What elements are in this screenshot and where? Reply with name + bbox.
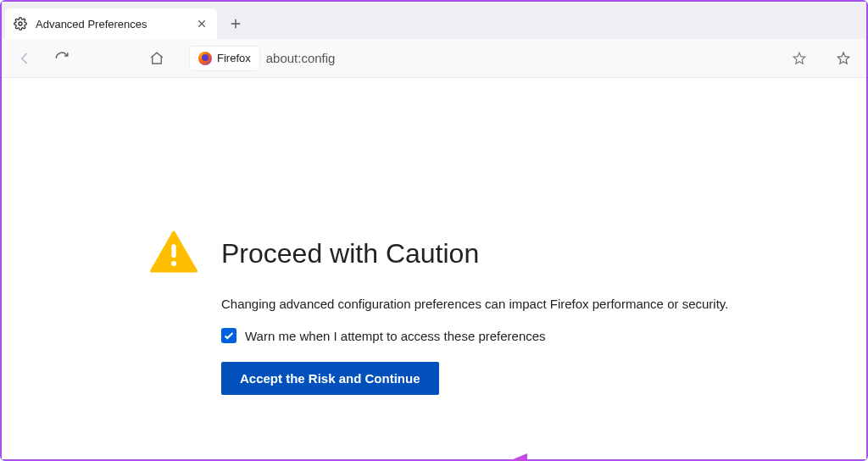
warning-checkbox-row[interactable]: Warn me when I attempt to access these p… <box>221 328 760 343</box>
tab-strip: Advanced Preferences <box>2 2 866 39</box>
checkbox-checked-icon[interactable] <box>221 328 236 343</box>
bookmark-star-icon[interactable] <box>788 47 810 69</box>
svg-point-0 <box>19 22 22 25</box>
firefox-icon <box>198 52 212 65</box>
identity-label: Firefox <box>217 52 251 64</box>
home-button[interactable] <box>146 47 168 69</box>
tab-title: Advanced Preferences <box>36 18 186 31</box>
gear-icon <box>14 17 27 31</box>
address-bar[interactable]: Firefox about:config <box>183 44 817 73</box>
tab-active[interactable]: Advanced Preferences <box>5 8 217 39</box>
svg-rect-1 <box>171 244 175 258</box>
about-config-warning: Proceed with Caution Changing advanced c… <box>150 230 760 395</box>
save-to-pocket-icon[interactable] <box>832 47 854 69</box>
annotation-arrow-icon <box>476 449 773 461</box>
navigation-toolbar: Firefox about:config <box>2 39 866 78</box>
new-tab-button[interactable] <box>222 10 249 37</box>
browser-window: Advanced Preferences Firefox about:confi… <box>0 0 868 461</box>
svg-marker-3 <box>476 453 765 461</box>
url-text: about:config <box>266 51 336 65</box>
warning-icon <box>150 230 198 276</box>
back-button[interactable] <box>14 47 36 69</box>
reload-button[interactable] <box>51 47 73 69</box>
svg-point-2 <box>171 261 176 266</box>
accept-risk-button[interactable]: Accept the Risk and Continue <box>221 362 439 395</box>
identity-box[interactable]: Firefox <box>190 47 259 70</box>
warning-heading: Proceed with Caution <box>221 238 479 269</box>
close-icon[interactable] <box>195 17 209 31</box>
checkbox-label: Warn me when I attempt to access these p… <box>245 329 546 343</box>
page-content: Proceed with Caution Changing advanced c… <box>2 78 866 459</box>
warning-body: Changing advanced configuration preferen… <box>221 297 760 311</box>
